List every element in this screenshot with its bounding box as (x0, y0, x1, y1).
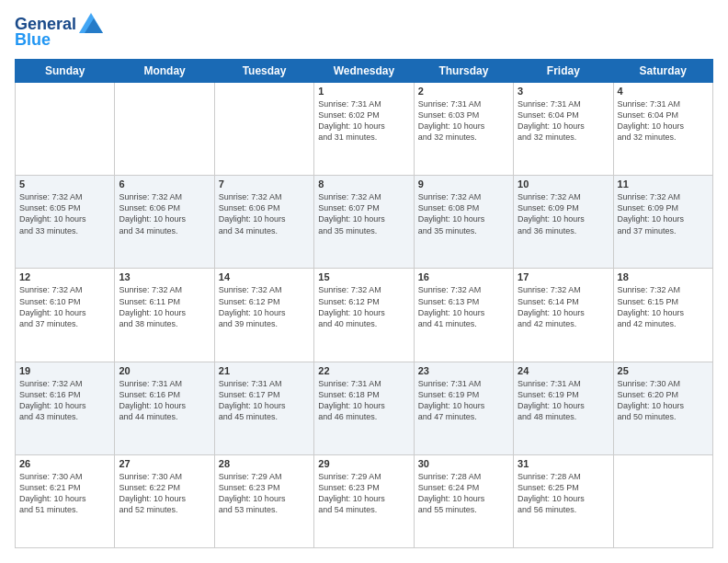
day-number: 12 (19, 271, 110, 282)
day-info: Sunrise: 7:31 AM Sunset: 6:19 PM Dayligh… (418, 378, 509, 423)
day-cell: 2Sunrise: 7:31 AM Sunset: 6:03 PM Daylig… (414, 83, 513, 176)
day-number: 15 (318, 271, 409, 282)
day-info: Sunrise: 7:31 AM Sunset: 6:03 PM Dayligh… (418, 98, 509, 144)
day-info: Sunrise: 7:32 AM Sunset: 6:15 PM Dayligh… (618, 284, 709, 329)
day-cell: 9Sunrise: 7:32 AM Sunset: 6:08 PM Daylig… (414, 176, 513, 269)
day-number: 3 (518, 86, 609, 97)
day-cell: 11Sunrise: 7:32 AM Sunset: 6:09 PM Dayli… (613, 176, 712, 269)
week-row-3: 12Sunrise: 7:32 AM Sunset: 6:10 PM Dayli… (16, 269, 713, 362)
col-thursday: Thursday (414, 60, 513, 83)
day-cell: 4Sunrise: 7:31 AM Sunset: 6:04 PM Daylig… (613, 83, 712, 176)
header: General Blue (15, 15, 713, 50)
day-cell: 30Sunrise: 7:28 AM Sunset: 6:24 PM Dayli… (414, 454, 513, 547)
day-number: 29 (318, 458, 409, 469)
col-saturday: Saturday (613, 60, 712, 83)
week-row-5: 26Sunrise: 7:30 AM Sunset: 6:21 PM Dayli… (16, 454, 713, 547)
day-cell: 15Sunrise: 7:32 AM Sunset: 6:12 PM Dayli… (314, 269, 414, 362)
col-wednesday: Wednesday (314, 60, 414, 83)
day-number: 2 (418, 86, 509, 97)
day-cell: 19Sunrise: 7:32 AM Sunset: 6:16 PM Dayli… (16, 362, 115, 454)
day-number: 13 (119, 271, 210, 282)
day-cell (115, 83, 214, 176)
day-cell: 22Sunrise: 7:31 AM Sunset: 6:18 PM Dayli… (314, 362, 414, 454)
day-info: Sunrise: 7:30 AM Sunset: 6:21 PM Dayligh… (19, 471, 110, 516)
day-number: 6 (119, 178, 210, 190)
day-cell: 3Sunrise: 7:31 AM Sunset: 6:04 PM Daylig… (514, 83, 613, 176)
day-cell: 29Sunrise: 7:29 AM Sunset: 6:23 PM Dayli… (314, 454, 414, 547)
day-number: 17 (518, 271, 609, 282)
day-number: 10 (518, 178, 609, 190)
day-cell: 28Sunrise: 7:29 AM Sunset: 6:23 PM Dayli… (214, 454, 313, 547)
day-cell: 13Sunrise: 7:32 AM Sunset: 6:11 PM Dayli… (115, 269, 214, 362)
day-number: 26 (19, 458, 110, 469)
week-row-2: 5Sunrise: 7:32 AM Sunset: 6:05 PM Daylig… (16, 176, 713, 269)
day-number: 19 (19, 365, 110, 376)
day-info: Sunrise: 7:31 AM Sunset: 6:17 PM Dayligh… (219, 378, 310, 423)
day-number: 27 (119, 458, 210, 469)
day-info: Sunrise: 7:31 AM Sunset: 6:18 PM Dayligh… (318, 378, 409, 423)
col-tuesday: Tuesday (214, 60, 313, 83)
page: General Blue Sunday Monday Tuesday Wedne… (0, 0, 728, 563)
day-number: 5 (19, 178, 110, 190)
day-cell: 31Sunrise: 7:28 AM Sunset: 6:25 PM Dayli… (514, 454, 613, 547)
col-monday: Monday (115, 60, 214, 83)
day-cell: 24Sunrise: 7:31 AM Sunset: 6:19 PM Dayli… (514, 362, 613, 454)
day-cell (613, 454, 712, 547)
day-number: 24 (518, 365, 609, 376)
week-row-1: 1Sunrise: 7:31 AM Sunset: 6:02 PM Daylig… (16, 83, 713, 176)
day-cell: 21Sunrise: 7:31 AM Sunset: 6:17 PM Dayli… (214, 362, 313, 454)
day-cell: 6Sunrise: 7:32 AM Sunset: 6:06 PM Daylig… (115, 176, 214, 269)
day-cell (214, 83, 313, 176)
day-number: 25 (618, 365, 709, 376)
day-info: Sunrise: 7:32 AM Sunset: 6:05 PM Dayligh… (19, 191, 110, 236)
day-cell: 1Sunrise: 7:31 AM Sunset: 6:02 PM Daylig… (314, 83, 414, 176)
day-cell: 8Sunrise: 7:32 AM Sunset: 6:07 PM Daylig… (314, 176, 414, 269)
calendar-table: Sunday Monday Tuesday Wednesday Thursday… (15, 59, 713, 548)
col-sunday: Sunday (16, 60, 115, 83)
day-cell: 16Sunrise: 7:32 AM Sunset: 6:13 PM Dayli… (414, 269, 513, 362)
day-info: Sunrise: 7:32 AM Sunset: 6:12 PM Dayligh… (318, 284, 409, 329)
day-cell: 5Sunrise: 7:32 AM Sunset: 6:05 PM Daylig… (16, 176, 115, 269)
day-cell: 27Sunrise: 7:30 AM Sunset: 6:22 PM Dayli… (115, 454, 214, 547)
day-number: 14 (219, 271, 310, 282)
day-info: Sunrise: 7:31 AM Sunset: 6:04 PM Dayligh… (618, 98, 709, 144)
day-info: Sunrise: 7:30 AM Sunset: 6:20 PM Dayligh… (618, 378, 709, 423)
day-info: Sunrise: 7:31 AM Sunset: 6:16 PM Dayligh… (119, 378, 210, 423)
day-info: Sunrise: 7:32 AM Sunset: 6:10 PM Dayligh… (19, 284, 110, 329)
day-info: Sunrise: 7:32 AM Sunset: 6:09 PM Dayligh… (518, 191, 609, 236)
day-info: Sunrise: 7:28 AM Sunset: 6:25 PM Dayligh… (518, 471, 609, 516)
day-info: Sunrise: 7:31 AM Sunset: 6:04 PM Dayligh… (518, 98, 609, 144)
day-number: 1 (318, 86, 409, 97)
day-info: Sunrise: 7:32 AM Sunset: 6:13 PM Dayligh… (418, 284, 509, 329)
day-cell: 7Sunrise: 7:32 AM Sunset: 6:06 PM Daylig… (214, 176, 313, 269)
day-info: Sunrise: 7:29 AM Sunset: 6:23 PM Dayligh… (318, 471, 409, 516)
week-row-4: 19Sunrise: 7:32 AM Sunset: 6:16 PM Dayli… (16, 362, 713, 454)
day-cell: 20Sunrise: 7:31 AM Sunset: 6:16 PM Dayli… (115, 362, 214, 454)
day-number: 31 (518, 458, 609, 469)
day-cell: 26Sunrise: 7:30 AM Sunset: 6:21 PM Dayli… (16, 454, 115, 547)
day-cell: 10Sunrise: 7:32 AM Sunset: 6:09 PM Dayli… (514, 176, 613, 269)
col-friday: Friday (514, 60, 613, 83)
day-info: Sunrise: 7:31 AM Sunset: 6:19 PM Dayligh… (518, 378, 609, 423)
day-cell: 23Sunrise: 7:31 AM Sunset: 6:19 PM Dayli… (414, 362, 513, 454)
day-number: 21 (219, 365, 310, 376)
day-number: 11 (618, 178, 709, 190)
day-info: Sunrise: 7:32 AM Sunset: 6:14 PM Dayligh… (518, 284, 609, 329)
day-info: Sunrise: 7:29 AM Sunset: 6:23 PM Dayligh… (219, 471, 310, 516)
day-info: Sunrise: 7:32 AM Sunset: 6:11 PM Dayligh… (119, 284, 210, 329)
day-info: Sunrise: 7:32 AM Sunset: 6:12 PM Dayligh… (219, 284, 310, 329)
day-number: 16 (418, 271, 509, 282)
day-info: Sunrise: 7:31 AM Sunset: 6:02 PM Dayligh… (318, 98, 409, 144)
logo: General Blue (15, 15, 103, 50)
day-number: 20 (119, 365, 210, 376)
day-info: Sunrise: 7:32 AM Sunset: 6:09 PM Dayligh… (618, 191, 709, 236)
day-number: 9 (418, 178, 509, 190)
day-info: Sunrise: 7:28 AM Sunset: 6:24 PM Dayligh… (418, 471, 509, 516)
day-cell: 17Sunrise: 7:32 AM Sunset: 6:14 PM Dayli… (514, 269, 613, 362)
logo-icon (79, 13, 103, 33)
day-number: 7 (219, 178, 310, 190)
day-cell (16, 83, 115, 176)
day-info: Sunrise: 7:32 AM Sunset: 6:08 PM Dayligh… (418, 191, 509, 236)
day-number: 18 (618, 271, 709, 282)
day-info: Sunrise: 7:32 AM Sunset: 6:06 PM Dayligh… (119, 191, 210, 236)
